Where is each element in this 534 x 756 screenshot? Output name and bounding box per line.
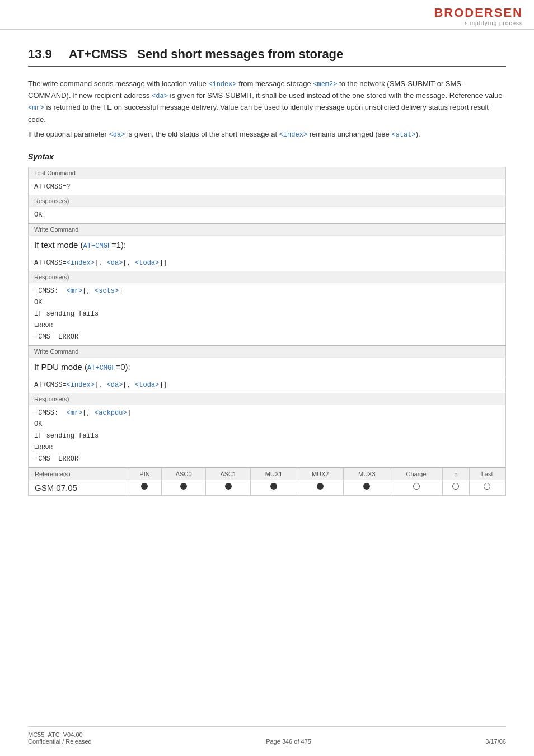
- ref-asc1-val: [206, 480, 251, 496]
- write-pdu-resp-label-row: Response(s): [29, 393, 506, 405]
- write-text-resp-row: +CMSS: <mr>[, <scts>] OK If sending fail…: [29, 283, 506, 345]
- main-content: 13.9 AT+CMSS Send short messages from st…: [0, 30, 534, 530]
- ref-last-val: [469, 480, 505, 496]
- write-pdu-response-text: +CMSS: <mr>[, <ackpdu>] OK If sending fa…: [29, 405, 506, 467]
- ref-pin-val: [128, 480, 162, 496]
- ref-mux3-val: [344, 480, 390, 496]
- param-index-tc1: <index>: [67, 259, 95, 267]
- write-text-response-text: +CMSS: <mr>[, <scts>] OK If sending fail…: [29, 283, 506, 345]
- atcmgf-ref-2: AT+CMGF: [87, 364, 115, 372]
- resp-ackpdu: <ackpdu>: [95, 409, 127, 417]
- test-command-text: AT+CMSS=?: [29, 179, 506, 195]
- asc0-filled-circle: [180, 483, 187, 490]
- footer-center: Page 346 of 475: [266, 738, 311, 745]
- ref-col-label: Reference(s): [29, 468, 128, 480]
- brand-tagline: simplifying process: [434, 20, 523, 26]
- write-pdu-command-text: AT+CMSS=<index>[, <da>[, <toda>]]: [29, 377, 506, 393]
- write-pdu-mode-text: If PDU mode (AT+CMGF=0):: [29, 358, 506, 377]
- param-index-1: <index>: [208, 81, 236, 88]
- ref-mux1-val: [251, 480, 297, 496]
- atcmgf-ref-1: AT+CMGF: [83, 242, 111, 250]
- page-header: BRODERSEN simplifying process: [0, 0, 534, 30]
- ref-col-mux1: MUX1: [251, 468, 297, 480]
- command-table: Test Command AT+CMSS=? Response(s) OK Wr…: [28, 167, 506, 496]
- param-mem2: <mem2>: [313, 81, 337, 88]
- write-pdu-command-label: Write Command: [29, 345, 506, 358]
- param-da-2: <da>: [109, 131, 125, 139]
- test-response-text: OK: [29, 206, 506, 223]
- ref-col-mux2: MUX2: [297, 468, 344, 480]
- test-response-label: Response(s): [29, 195, 506, 206]
- ref-asc0-val: [161, 480, 206, 496]
- resp-mr-2: <mr>: [67, 409, 83, 417]
- sun-empty-circle: [452, 483, 459, 490]
- section-title: AT+CMSS Send short messages from storage: [69, 47, 343, 62]
- charge-empty-circle: [413, 483, 420, 490]
- ref-col-charge: Charge: [390, 468, 443, 480]
- ref-sun-val: [442, 480, 469, 496]
- mux2-filled-circle: [317, 483, 324, 490]
- write-text-mode-row: If text mode (AT+CMGF=1):: [29, 236, 506, 255]
- test-command-row: AT+CMSS=?: [29, 179, 506, 195]
- section-heading: 13.9 AT+CMSS Send short messages from st…: [28, 47, 506, 67]
- ref-gsm: GSM 07.05: [29, 480, 128, 496]
- ref-col-mux3: MUX3: [344, 468, 390, 480]
- param-toda-tc1: <toda>: [135, 259, 159, 267]
- mux3-filled-circle: [363, 483, 370, 490]
- ref-col-asc1: ASC1: [206, 468, 251, 480]
- write-pdu-mode-row: If PDU mode (AT+CMGF=0):: [29, 358, 506, 377]
- ref-header-row: Reference(s) PIN ASC0 ASC1 MUX1 MUX2 MUX…: [29, 468, 505, 480]
- param-index-2: <index>: [279, 131, 307, 139]
- param-toda-tc2: <toda>: [135, 381, 159, 389]
- write-text-resp-label-row: Response(s): [29, 271, 506, 283]
- test-command-label: Test Command: [29, 167, 506, 179]
- ref-col-asc0: ASC0: [161, 468, 206, 480]
- footer-status: Confidential / Released: [28, 738, 92, 745]
- last-empty-circle: [484, 483, 490, 490]
- test-response-row: OK: [29, 206, 506, 223]
- write-text-command-text: AT+CMSS=<index>[, <da>[, <toda>]]: [29, 255, 506, 271]
- syntax-heading: Syntax: [28, 152, 506, 161]
- page-footer: MC55_ATC_V04.00 Confidential / Released …: [28, 726, 506, 745]
- reference-section-row: Reference(s) PIN ASC0 ASC1 MUX1 MUX2 MUX…: [29, 467, 506, 496]
- write-text-response-label: Response(s): [29, 271, 506, 283]
- ref-col-last: Last: [469, 468, 505, 480]
- param-da-tc1: <da>: [107, 259, 123, 267]
- write-pdu-resp-row: +CMSS: <mr>[, <ackpdu>] OK If sending fa…: [29, 405, 506, 467]
- param-index-tc2: <index>: [67, 381, 95, 389]
- mux1-filled-circle: [270, 483, 277, 490]
- resp-mr-1: <mr>: [67, 287, 83, 295]
- section-number: 13.9: [28, 47, 52, 62]
- write-text-command-label: Write Command: [29, 223, 506, 236]
- ref-col-pin: PIN: [128, 468, 162, 480]
- param-da-1: <da>: [152, 92, 168, 100]
- ref-data-row: GSM 07.05: [29, 480, 505, 496]
- logo: BRODERSEN simplifying process: [434, 6, 523, 26]
- footer-date: 3/17/06: [485, 738, 506, 745]
- footer-left: MC55_ATC_V04.00 Confidential / Released: [28, 731, 92, 745]
- resp-scts: <scts>: [95, 287, 119, 295]
- ref-charge-val: [390, 480, 443, 496]
- description-block: The write command sends message with loc…: [28, 78, 506, 141]
- param-mr-1: <mr>: [28, 104, 44, 112]
- asc1-filled-circle: [225, 483, 232, 490]
- write-text-cmd-row: AT+CMSS=<index>[, <da>[, <toda>]]: [29, 255, 506, 271]
- write-text-mode-text: If text mode (AT+CMGF=1):: [29, 236, 506, 255]
- brand-name: BRODERSEN: [434, 6, 523, 20]
- write-pdu-response-label: Response(s): [29, 393, 506, 405]
- write-pdu-label-row: Write Command: [29, 345, 506, 358]
- write-text-label-row: Write Command: [29, 223, 506, 236]
- footer-doc-id: MC55_ATC_V04.00: [28, 731, 92, 738]
- param-da-tc2: <da>: [107, 381, 123, 389]
- ref-col-sun: ☼: [442, 468, 469, 480]
- write-pdu-cmd-row: AT+CMSS=<index>[, <da>[, <toda>]]: [29, 377, 506, 393]
- param-stat: <stat>: [391, 131, 415, 139]
- pin-filled-circle: [141, 483, 148, 490]
- reference-table: Reference(s) PIN ASC0 ASC1 MUX1 MUX2 MUX…: [29, 468, 505, 496]
- test-command-label-row: Test Command: [29, 167, 506, 179]
- test-response-label-row: Response(s): [29, 195, 506, 206]
- ref-mux2-val: [297, 480, 344, 496]
